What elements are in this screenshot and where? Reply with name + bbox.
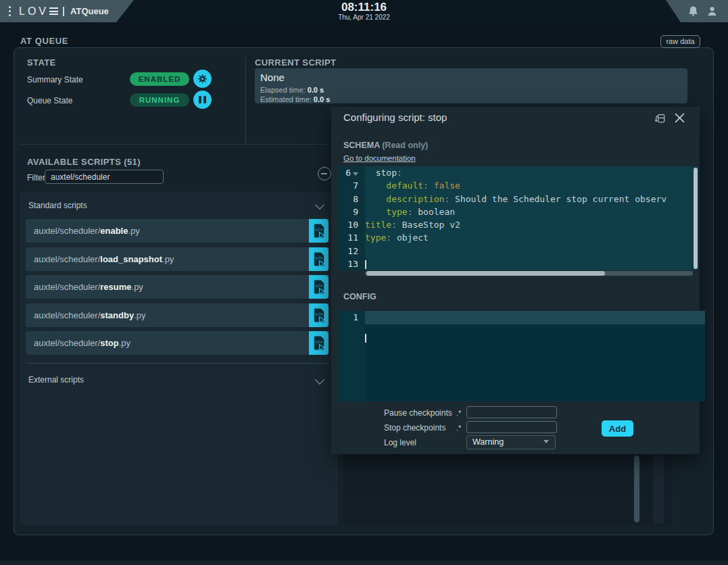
elapsed-time: Elapsed time:0.0 s	[260, 86, 324, 94]
schema-editor-gutter: 678910111213	[338, 166, 365, 270]
summary-state-label: Summary State	[27, 75, 83, 84]
script-path: auxtel/scheduler/stop.py	[34, 331, 130, 355]
script-row[interactable]: auxtel/scheduler/load_snapshot.py</>	[26, 247, 329, 271]
page-title: ATQueue	[70, 6, 109, 16]
script-row[interactable]: auxtel/scheduler/standby.py</>	[26, 303, 329, 327]
pause-icon	[198, 96, 208, 103]
launch-script-icon: </>	[313, 223, 325, 239]
estimated-time: Estimated time:0.0 s	[260, 95, 330, 103]
configure-script-modal: Configuring script: stop SCHEMA (Read on…	[331, 107, 700, 454]
pause-checkpoints-regex: .*	[456, 409, 461, 417]
launch-script-icon: </>	[313, 251, 325, 267]
gear-icon	[197, 74, 208, 84]
top-header: LOV ATQueue 08:11:16 Thu, Apr 21 2022	[0, 0, 728, 22]
pause-queue-button[interactable]	[193, 91, 212, 109]
state-heading: STATE	[27, 57, 56, 68]
stop-checkpoints-regex: .*	[456, 424, 461, 432]
close-modal-button[interactable]	[675, 113, 685, 125]
logo-e-bars-icon	[49, 5, 58, 16]
script-row[interactable]: auxtel/scheduler/enable.py</>	[26, 219, 329, 243]
config-cursor	[365, 334, 366, 343]
schema-horizontal-scrollbar-thumb[interactable]	[366, 271, 605, 276]
standard-scripts-chevron-down-icon[interactable]	[315, 200, 324, 210]
current-script-name: None	[260, 72, 285, 83]
launch-script-button[interactable]: </>	[309, 331, 329, 355]
header-left-tab: LOV ATQueue	[0, 0, 134, 22]
standard-scripts-group-label: Standard scripts	[28, 201, 87, 210]
kebab-menu-icon[interactable]	[9, 5, 11, 18]
available-scripts-panel: Standard scripts auxtel/scheduler/enable…	[20, 192, 338, 525]
svg-text:</>: </>	[315, 227, 323, 232]
config-heading: CONFIG	[343, 292, 377, 301]
logo-separator	[63, 7, 64, 16]
script-path: auxtel/scheduler/load_snapshot.py	[34, 247, 174, 271]
documentation-link[interactable]: Go to documentation	[343, 154, 416, 162]
love-logo: LOV	[19, 5, 70, 18]
summary-state-badge: ENABLED	[130, 72, 189, 86]
schema-heading: SCHEMA (Read only)	[343, 141, 428, 150]
log-level-select[interactable]: Warning	[466, 435, 556, 449]
chevron-down-icon	[543, 440, 549, 443]
script-path: auxtel/scheduler/standby.py	[34, 303, 145, 327]
launch-script-button[interactable]: </>	[309, 275, 329, 299]
log-level-label: Log level	[384, 438, 416, 447]
script-row[interactable]: auxtel/scheduler/resume.py</>	[26, 275, 329, 299]
launch-script-icon: </>	[313, 279, 325, 295]
svg-text:</>: </>	[315, 255, 323, 260]
add-script-button[interactable]: Add	[602, 420, 633, 437]
script-row[interactable]: auxtel/scheduler/stop.py</>	[26, 331, 329, 355]
stop-checkpoints-input[interactable]	[466, 421, 557, 433]
svg-text:</>: </>	[315, 312, 323, 316]
script-path: auxtel/scheduler/enable.py	[34, 219, 140, 243]
estimated-time-label: Estimated time:	[260, 95, 312, 103]
config-editor-gutter: 1	[338, 311, 365, 401]
elapsed-time-label: Elapsed time:	[260, 86, 306, 94]
queue-state-badge: RUNNING	[130, 93, 189, 107]
config-line-number: 1	[338, 311, 365, 324]
detach-window-icon	[654, 112, 666, 124]
bottom-band	[0, 560, 728, 565]
current-script-heading: CURRENT SCRIPT	[255, 57, 336, 68]
filter-input[interactable]	[45, 170, 164, 184]
launch-script-button[interactable]: </>	[309, 219, 329, 243]
script-path: auxtel/scheduler/resume.py	[34, 275, 143, 299]
detach-window-button[interactable]	[654, 112, 666, 126]
collapse-all-icon[interactable]	[318, 167, 331, 180]
notifications-bell-icon[interactable]	[687, 5, 699, 17]
external-scripts-group-label: External scripts	[28, 375, 84, 385]
queue-state-label: Queue State	[27, 96, 72, 105]
elapsed-time-value: 0.0 s	[308, 86, 324, 94]
raw-data-button[interactable]: raw data	[660, 35, 700, 48]
pause-checkpoints-input[interactable]	[466, 406, 557, 418]
svg-text:</>: </>	[315, 283, 323, 288]
launch-script-button[interactable]: </>	[309, 303, 329, 327]
atqueue-page: LOV ATQueue 08:11:16 Thu, Apr 21 2022 AT…	[0, 0, 728, 565]
scripts-group-divider	[26, 363, 329, 364]
config-editor[interactable]: 1	[338, 311, 705, 401]
section-divider	[20, 144, 331, 145]
available-scripts-heading: AVAILABLE SCRIPTS (51)	[27, 157, 141, 167]
close-icon	[675, 113, 685, 123]
svg-text:</>: </>	[315, 339, 323, 344]
launch-script-button[interactable]: </>	[309, 247, 329, 271]
header-right-tab	[666, 0, 728, 22]
panel-legend: AT QUEUE	[20, 36, 68, 46]
schema-heading-text: SCHEMA	[343, 141, 380, 150]
launch-script-icon: </>	[313, 335, 325, 351]
launch-script-icon: </>	[313, 308, 325, 323]
config-editor-code	[365, 311, 700, 401]
external-scripts-chevron-down-icon[interactable]	[315, 375, 324, 385]
schema-readonly-note: (Read only)	[382, 141, 428, 150]
summary-state-settings-button[interactable]	[193, 70, 212, 88]
stop-checkpoints-label: Stop checkpoints	[384, 423, 445, 433]
pause-checkpoints-label: Pause checkpoints	[384, 408, 452, 418]
log-level-value: Warning	[472, 437, 504, 447]
modal-title: Configuring script: stop	[343, 112, 447, 123]
schema-vertical-scrollbar[interactable]	[693, 166, 698, 270]
schema-editor[interactable]: 678910111213 stop: default: false descri…	[338, 166, 698, 270]
schema-editor-code: stop: default: false description: Should…	[365, 166, 693, 270]
logo-text: LOV	[19, 5, 49, 18]
estimated-time-value: 0.0 s	[314, 95, 330, 103]
user-icon[interactable]	[706, 5, 718, 17]
queue-scrollbar-thumb[interactable]	[634, 456, 639, 522]
